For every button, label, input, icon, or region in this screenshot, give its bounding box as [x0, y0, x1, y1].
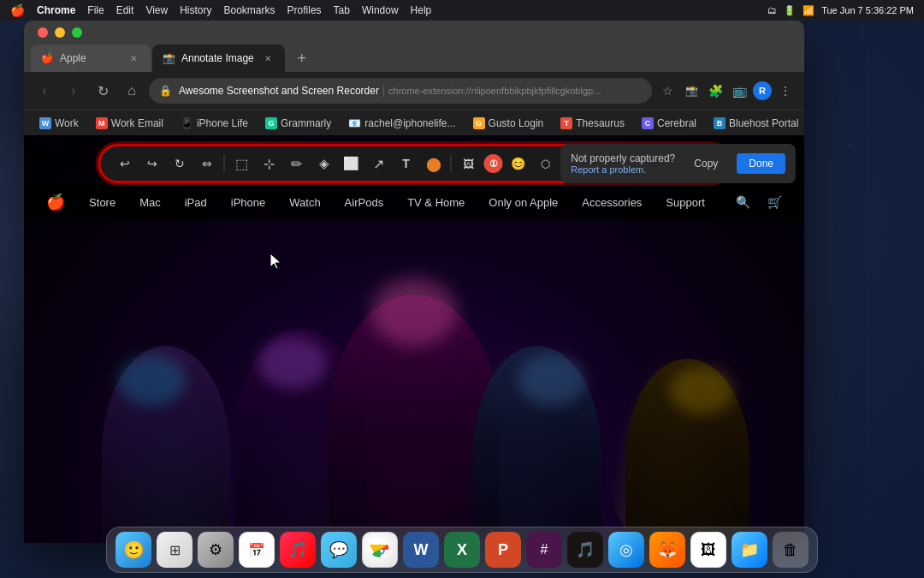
apple-nav-mac[interactable]: Mac: [139, 196, 161, 209]
apple-nav-iphone[interactable]: iPhone: [231, 196, 265, 209]
dock-excel[interactable]: X: [444, 532, 480, 568]
back-button[interactable]: ‹: [33, 79, 56, 103]
tab-annotate[interactable]: 📸 Annotate Image ✕: [152, 45, 285, 72]
apple-nav-logo[interactable]: 🍎: [46, 193, 65, 212]
tab-annotate-close[interactable]: ✕: [261, 51, 275, 65]
dock-trash[interactable]: 🗑: [773, 532, 808, 568]
dock-spotify[interactable]: 🎵: [567, 532, 603, 568]
shapes-tool-button[interactable]: ⬜: [340, 152, 364, 176]
dock-preview[interactable]: 🖼: [690, 532, 726, 568]
address-text: Awesome Screenshot and Screen Recorder |…: [179, 85, 601, 97]
dock-chrome[interactable]: [362, 532, 398, 568]
apple-search-icon[interactable]: 🔍: [736, 195, 750, 209]
bookmark-gusto[interactable]: G Gusto Login: [466, 115, 551, 132]
bookmark-bluehost[interactable]: B Bluehost Portal: [707, 115, 804, 132]
menubar-help[interactable]: Help: [411, 4, 432, 16]
arrow-tool-button[interactable]: ↗: [367, 152, 391, 176]
bookmark-cerebral[interactable]: C Cerebral: [635, 115, 703, 132]
apple-nav-ipad[interactable]: iPad: [185, 196, 207, 209]
bookmark-thesaurus[interactable]: T Thesaurus: [554, 115, 631, 132]
dock-launchpad[interactable]: ⊞: [157, 532, 192, 568]
rotate-button[interactable]: ↻: [168, 152, 192, 176]
color-picker-button[interactable]: ⬤: [422, 152, 446, 176]
dock-firefox[interactable]: 🦊: [649, 532, 685, 568]
dock-music[interactable]: 🎵: [280, 532, 316, 568]
menubar-app-name[interactable]: Chrome: [37, 4, 75, 16]
dock-files[interactable]: 📁: [732, 532, 767, 568]
star-icon[interactable]: ☆: [657, 80, 678, 101]
bookmark-rachel[interactable]: 📧 rachel@iphonelife...: [341, 115, 462, 132]
menubar-file[interactable]: File: [87, 4, 104, 16]
report-problem-link[interactable]: Report a problem.: [571, 164, 675, 175]
crop-tool-button[interactable]: ⬚: [230, 152, 254, 176]
emoji-button[interactable]: 😊: [506, 152, 530, 176]
reload-button[interactable]: ↻: [91, 79, 115, 103]
text-tool-button[interactable]: T: [394, 152, 418, 176]
apple-nav-only[interactable]: Only on Apple: [489, 196, 558, 209]
home-button[interactable]: ⌂: [120, 79, 144, 103]
flip-button[interactable]: ⇔: [195, 152, 219, 176]
done-button[interactable]: Done: [737, 153, 785, 174]
bookmark-work-email[interactable]: M Work Email: [89, 115, 170, 132]
screenshot-ext-icon[interactable]: 📸: [681, 80, 702, 101]
menubar-history[interactable]: History: [180, 4, 211, 16]
tab-apple[interactable]: 🍎 Apple ✕: [31, 45, 151, 72]
eraser-tool-button[interactable]: ◈: [312, 152, 336, 176]
dock-safari[interactable]: ◎: [608, 532, 644, 568]
menubar-wifi-icon: 📶: [803, 5, 814, 16]
toolbar-icons: ☆ 📸 🧩 📺 R ⋮: [657, 80, 796, 101]
bookmark-iphonelife[interactable]: 📱 iPhone Life: [174, 115, 255, 132]
sticker-button[interactable]: 🖼: [457, 152, 481, 176]
dock-slack[interactable]: #: [526, 532, 562, 568]
cast-icon[interactable]: 📺: [729, 80, 749, 101]
new-tab-button[interactable]: +: [290, 46, 314, 70]
bookmark-work-label: Work: [55, 117, 79, 129]
tab-apple-title: Apple: [60, 52, 120, 64]
apple-nav-support[interactable]: Support: [666, 196, 705, 209]
bookmark-grammarly[interactable]: G Grammarly: [258, 115, 338, 132]
blur-tool-button[interactable]: ⬡: [534, 152, 558, 176]
menu-icon[interactable]: ⋮: [775, 80, 796, 101]
fullscreen-window-button[interactable]: [72, 27, 82, 38]
redo-button[interactable]: ↪: [140, 152, 164, 176]
extensions-icon[interactable]: 🧩: [705, 80, 726, 101]
apple-nav-airpods[interactable]: AirPods: [345, 196, 384, 209]
messages-icon: 💬: [329, 540, 348, 559]
close-window-button[interactable]: [38, 27, 48, 38]
menubar-edit[interactable]: Edit: [116, 4, 134, 16]
char-highlight-4: [518, 355, 586, 406]
menubar-left: 🍎 Chrome File Edit View History Bookmark…: [10, 3, 431, 17]
forward-button[interactable]: ›: [62, 79, 86, 103]
menubar-profiles[interactable]: Profiles: [287, 4, 322, 16]
dock-powerpoint[interactable]: P: [485, 532, 521, 568]
menubar-tab[interactable]: Tab: [334, 4, 350, 16]
dock-word[interactable]: W: [403, 532, 439, 568]
bookmark-work[interactable]: W Work: [33, 115, 86, 132]
copy-button[interactable]: Copy: [685, 154, 726, 173]
menubar-view[interactable]: View: [145, 4, 168, 16]
dock-messages[interactable]: 💬: [321, 532, 357, 568]
menubar-window[interactable]: Window: [362, 4, 399, 16]
menubar-bookmarks[interactable]: Bookmarks: [224, 4, 275, 16]
apple-nav-watch[interactable]: Watch: [289, 196, 320, 209]
apple-nav-tv[interactable]: TV & Home: [407, 196, 465, 209]
apple-nav-accessories[interactable]: Accessories: [582, 196, 642, 209]
dock-finder[interactable]: 🙂: [116, 532, 151, 568]
counter-button[interactable]: ①: [484, 154, 503, 173]
pen-tool-button[interactable]: ✏: [285, 152, 309, 176]
select-tool-button[interactable]: ⊹: [258, 152, 281, 176]
bookmark-work-email-favicon: M: [96, 117, 108, 129]
apple-nav-store[interactable]: Store: [89, 196, 116, 209]
profile-icon[interactable]: R: [753, 81, 772, 100]
dock-system-prefs[interactable]: ⚙: [198, 532, 234, 568]
system-prefs-icon: ⚙: [209, 540, 222, 559]
address-bar[interactable]: 🔒 Awesome Screenshot and Screen Recorder…: [149, 78, 652, 104]
capture-panel: Not properly captured? Report a problem.…: [560, 144, 796, 183]
dock-calendar[interactable]: 📅: [239, 532, 275, 568]
char-highlight-center: [371, 277, 457, 346]
undo-button[interactable]: ↩: [113, 152, 137, 176]
minimize-window-button[interactable]: [55, 27, 65, 38]
apple-cart-icon[interactable]: 🛒: [767, 195, 782, 209]
tab-apple-close[interactable]: ✕: [127, 51, 140, 65]
apple-menu-icon[interactable]: 🍎: [10, 3, 25, 17]
